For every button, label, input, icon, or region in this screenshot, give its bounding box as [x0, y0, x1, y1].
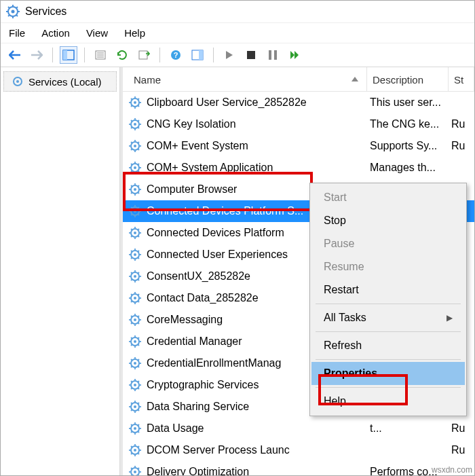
svg-line-6 — [8, 7, 10, 8]
svg-line-164 — [138, 381, 139, 382]
svg-line-202 — [131, 468, 132, 469]
svg-point-107 — [134, 275, 136, 278]
svg-line-185 — [131, 431, 132, 433]
gear-icon — [128, 248, 142, 261]
ctx-all-tasks[interactable]: All Tasks▶ — [311, 306, 465, 329]
svg-line-44 — [138, 120, 139, 122]
ctx-help[interactable]: Help — [311, 390, 465, 413]
context-menu: Start Stop Pause Resume Restart All Task… — [309, 183, 467, 416]
restart-service-button[interactable] — [286, 46, 303, 64]
svg-point-1 — [12, 10, 15, 14]
service-status: Ru — [449, 422, 474, 435]
service-row[interactable]: CNG Key IsolationThe CNG ke...Ru — [123, 113, 474, 135]
svg-line-114 — [138, 272, 139, 274]
refresh-button[interactable] — [113, 46, 131, 64]
window-title: Services — [25, 5, 66, 18]
service-row[interactable]: DCOM Server Process LauncRu — [123, 439, 474, 461]
service-name: Computer Browser — [147, 183, 237, 196]
back-button[interactable] — [6, 46, 24, 64]
svg-line-145 — [131, 344, 132, 346]
svg-line-143 — [138, 344, 139, 346]
header-name[interactable]: Name — [123, 67, 367, 91]
svg-point-37 — [134, 123, 136, 126]
service-row[interactable]: Delivery OptimizationPerforms co... — [123, 461, 474, 475]
service-name: CredentialEnrollmentManag — [147, 357, 281, 369]
watermark: wsxdn.com — [432, 465, 472, 475]
menu-action[interactable]: Action — [41, 27, 70, 39]
tree-root-services[interactable]: Services (Local) — [3, 71, 117, 92]
ctx-resume[interactable]: Resume — [311, 255, 465, 278]
svg-line-163 — [138, 388, 139, 389]
svg-rect-21 — [247, 51, 255, 59]
service-row[interactable]: COM+ Event SystemSupports Sy...Ru — [123, 135, 474, 157]
svg-point-25 — [16, 80, 19, 83]
properties-toolbar-button[interactable] — [92, 46, 109, 64]
svg-line-103 — [138, 257, 139, 259]
svg-point-27 — [134, 101, 136, 104]
header-description[interactable]: Description — [367, 67, 449, 91]
service-status: Ru — [449, 118, 474, 130]
svg-point-167 — [134, 405, 136, 408]
stop-service-button[interactable] — [242, 46, 260, 64]
svg-line-72 — [131, 185, 132, 187]
svg-line-94 — [138, 229, 139, 230]
service-description: Manages th... — [367, 162, 449, 174]
ctx-start[interactable]: Start — [311, 186, 465, 209]
svg-line-184 — [138, 424, 139, 426]
header-status[interactable]: St — [449, 67, 474, 91]
service-status: Ru — [449, 140, 474, 152]
service-name: ConsentUX_285282e — [147, 270, 250, 282]
svg-line-54 — [138, 142, 139, 143]
svg-line-183 — [138, 431, 139, 433]
service-description: The CNG ke... — [367, 118, 449, 130]
ctx-properties[interactable]: Properties — [311, 362, 465, 385]
svg-line-122 — [131, 294, 132, 295]
svg-line-63 — [138, 170, 139, 172]
titlebar: Services — [1, 1, 474, 23]
action-pane-button[interactable] — [189, 46, 206, 64]
ctx-restart[interactable]: Restart — [311, 278, 465, 301]
list-pane: Name Description St Clipboard User Servi… — [120, 67, 474, 475]
column-headers: Name Description St — [123, 67, 474, 92]
service-description: This user ser... — [367, 96, 449, 109]
separator — [316, 387, 461, 388]
menu-view[interactable]: View — [86, 27, 108, 39]
pause-service-button[interactable] — [264, 46, 282, 64]
svg-line-124 — [138, 294, 139, 295]
separator — [316, 359, 461, 360]
gear-icon — [128, 356, 142, 370]
svg-line-162 — [131, 381, 132, 382]
service-row[interactable]: COM+ System ApplicationManages th... — [123, 157, 474, 179]
menu-help[interactable]: Help — [124, 27, 145, 39]
ctx-stop[interactable]: Stop — [311, 209, 465, 232]
service-name: Connected Devices Platform S... — [147, 205, 303, 217]
service-name: Data Sharing Service — [147, 401, 249, 413]
separator — [316, 331, 461, 332]
gear-icon — [128, 443, 142, 457]
service-name: DCOM Server Process Launc — [147, 444, 290, 456]
svg-point-197 — [134, 471, 136, 473]
separator — [213, 48, 214, 62]
svg-line-35 — [131, 105, 132, 107]
service-name: Connected Devices Platform — [147, 227, 284, 239]
services-window: Services File Action View Help ? Se — [0, 0, 475, 476]
menu-file[interactable]: File — [9, 27, 25, 39]
service-row[interactable]: Data Usaget...Ru — [123, 418, 474, 439]
svg-line-85 — [131, 214, 132, 215]
svg-line-83 — [138, 214, 139, 215]
service-row[interactable]: Clipboard User Service_285282eThis user … — [123, 92, 474, 113]
ctx-pause[interactable]: Pause — [311, 232, 465, 255]
svg-line-45 — [131, 127, 132, 128]
details-pane-button[interactable] — [60, 46, 77, 64]
svg-rect-16 — [139, 51, 147, 59]
svg-line-34 — [138, 98, 139, 100]
forward-button[interactable] — [28, 46, 45, 64]
svg-point-87 — [134, 232, 136, 234]
start-service-button[interactable] — [221, 46, 238, 64]
service-status: Ru — [449, 444, 474, 456]
svg-line-205 — [131, 475, 132, 475]
export-list-button[interactable] — [135, 46, 153, 64]
help-button[interactable]: ? — [167, 46, 185, 64]
ctx-refresh[interactable]: Refresh — [311, 334, 465, 357]
svg-line-74 — [138, 185, 139, 187]
